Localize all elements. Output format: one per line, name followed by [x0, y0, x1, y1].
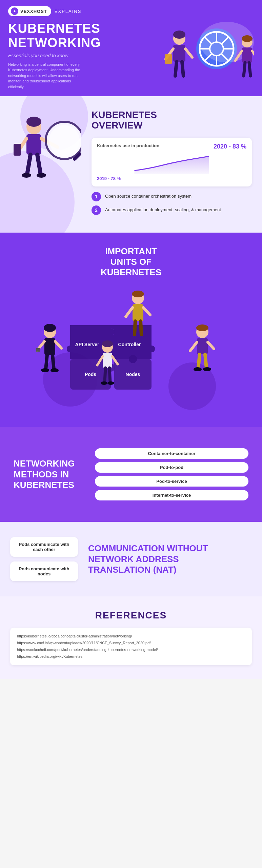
svg-point-63: [51, 368, 59, 372]
svg-point-14: [173, 31, 185, 39]
svg-text:API Server: API Server: [75, 342, 99, 347]
overview-items: 1 Open source container orchestration sy…: [92, 192, 252, 215]
description: Networking is a central component of eve…: [8, 62, 83, 90]
chart-area: [97, 154, 246, 174]
magnifier-svg: [7, 106, 81, 201]
svg-rect-33: [26, 134, 41, 155]
units-illustration: API Server Controller Pods Nodes: [36, 284, 226, 420]
comm-pill-nodes: Pods communicate with nodes: [10, 561, 78, 581]
svg-line-70: [109, 368, 110, 382]
chart-label: Kubernetes use in production: [97, 143, 159, 148]
svg-line-61: [53, 355, 54, 369]
page-title: KUBERNETESNETWORKING: [8, 22, 139, 50]
units-title: IMPORTANTUNITS OFKUBERNETES: [7, 246, 255, 278]
header-illustration: [139, 22, 254, 96]
method-container-to-container: Container-to-container: [95, 448, 248, 459]
ref-link-4[interactable]: https://en.wikipedia.org/wiki/Kubernetes: [17, 653, 245, 660]
svg-rect-75: [133, 304, 143, 321]
comm-title-line1: COMMUNICATION WITHOUT: [88, 543, 208, 553]
svg-point-51: [129, 355, 137, 363]
svg-rect-36: [14, 144, 21, 156]
svg-point-65: [102, 340, 113, 347]
references-section: REFERENCES https://kubernetes.io/docs/co…: [0, 596, 262, 679]
line-chart: [97, 154, 246, 174]
svg-line-86: [205, 354, 206, 368]
communication-section: Pods communicate with each other Pods co…: [0, 522, 262, 596]
header-top: VEXXHOST EXPLAINS: [8, 6, 254, 16]
svg-point-72: [107, 381, 114, 385]
overview-item-2: 2 Automates application deployment, scal…: [92, 205, 252, 215]
svg-point-81: [196, 324, 208, 331]
item-number-1: 1: [92, 192, 101, 201]
svg-line-83: [190, 342, 197, 351]
explains-label: EXPLAINS: [55, 9, 82, 14]
svg-line-60: [46, 355, 47, 369]
svg-point-42: [49, 125, 80, 156]
svg-point-88: [203, 367, 211, 371]
svg-point-55: [44, 324, 56, 332]
svg-line-78: [135, 321, 135, 335]
method-internet-to-service: Internet-to-service: [95, 490, 248, 500]
svg-line-85: [198, 354, 200, 368]
svg-line-76: [126, 308, 133, 317]
subtitle: Essentials you need to know: [8, 53, 139, 58]
references-box: https://kubernetes.io/docs/concepts/clus…: [10, 628, 252, 665]
header-content: KUBERNETESNETWORKING Essentials you need…: [8, 22, 254, 96]
comm-title-line3: TRANSLATION: [88, 565, 150, 575]
header-svg: [139, 22, 254, 96]
svg-point-39: [22, 173, 31, 178]
ref-link-1[interactable]: https://kubernetes.io/docs/concepts/clus…: [17, 633, 245, 640]
communication-left: Pods communicate with each other Pods co…: [10, 537, 78, 581]
svg-rect-23: [242, 47, 252, 63]
svg-line-17: [185, 49, 192, 57]
svg-rect-58: [36, 348, 40, 352]
svg-rect-82: [197, 338, 208, 354]
ref-link-3[interactable]: https://sookocheff.com/post/kubernetes/u…: [17, 647, 245, 653]
svg-rect-66: [103, 353, 112, 368]
networking-methods-list: Container-to-container Pod-to-pod Pod-to…: [95, 448, 248, 500]
networking-section: NETWORKINGMETHODS INKUBERNETES Container…: [0, 427, 262, 522]
references-title: REFERENCES: [10, 610, 252, 621]
svg-line-18: [175, 62, 177, 76]
svg-point-62: [41, 368, 49, 372]
overview-title: KUBERNETESOVERVIEW: [92, 110, 252, 131]
svg-line-26: [244, 63, 245, 76]
value-2020: 2020 - 83 %: [214, 143, 246, 150]
magnifier-illustration: [7, 106, 81, 191]
svg-rect-15: [173, 45, 185, 62]
comm-title-nat: (NAT): [153, 565, 177, 575]
ref-link-2[interactable]: https://www.cncf.io/wp-content/uploads/2…: [17, 640, 245, 647]
svg-line-37: [27, 155, 31, 174]
item-number-2: 2: [92, 205, 101, 215]
item-text-2: Automates application deployment, scalin…: [105, 205, 221, 213]
overview-content: KUBERNETESOVERVIEW Kubernetes use in pro…: [92, 110, 252, 215]
method-pod-to-pod: Pod-to-pod: [95, 462, 248, 473]
svg-line-25: [252, 51, 254, 59]
svg-text:Controller: Controller: [118, 342, 141, 347]
overview-section: KUBERNETESOVERVIEW Kubernetes use in pro…: [0, 96, 262, 233]
chart-header: Kubernetes use in production 2020 - 83 %: [97, 143, 246, 150]
vexxhost-icon: [11, 7, 18, 15]
logo-badge: VEXXHOST: [8, 6, 51, 16]
svg-point-87: [194, 367, 202, 371]
svg-line-77: [143, 308, 150, 315]
svg-text:Pods: Pods: [84, 372, 96, 377]
svg-point-40: [37, 173, 46, 178]
svg-text:Nodes: Nodes: [125, 372, 140, 377]
svg-line-38: [37, 155, 41, 174]
svg-line-19: [182, 62, 183, 76]
chart-card: Kubernetes use in production 2020 - 83 %…: [92, 138, 252, 186]
svg-point-71: [101, 381, 107, 385]
header-section: VEXXHOST EXPLAINS KUBERNETESNETWORKING E…: [0, 0, 262, 96]
svg-line-69: [105, 368, 105, 382]
svg-rect-56: [44, 338, 55, 355]
svg-rect-20: [165, 54, 172, 64]
overview-item-1: 1 Open source container orchestration sy…: [92, 192, 252, 201]
svg-point-74: [132, 291, 144, 297]
networking-title: NETWORKINGMETHODS INKUBERNETES: [14, 458, 81, 490]
svg-point-22: [242, 35, 253, 42]
method-pod-to-service: Pod-to-service: [95, 476, 248, 487]
communication-title: COMMUNICATION WITHOUT NETWORK ADDRESS TR…: [88, 543, 252, 575]
units-svg: API Server Controller Pods Nodes: [36, 284, 226, 420]
value-2019: 2019 - 78 %: [97, 176, 246, 181]
